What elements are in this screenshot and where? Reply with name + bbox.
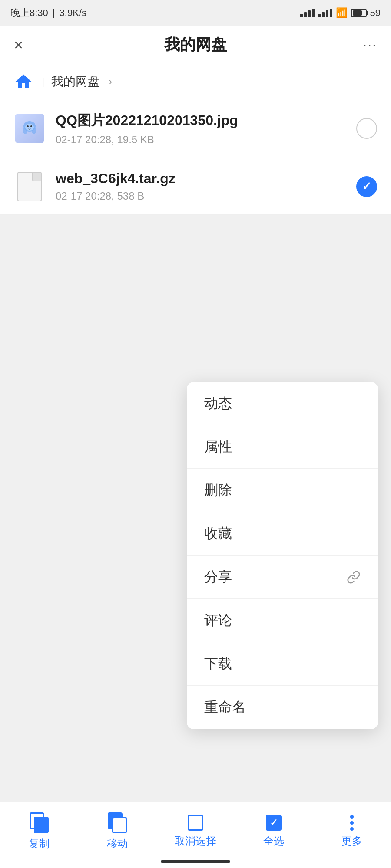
menu-item-label: 分享 [204, 568, 232, 587]
menu-item-label: 删除 [204, 481, 232, 500]
file-list: QQ图片20221210201350.jpg 02-17 20:28, 19.5… [0, 99, 391, 215]
menu-item-label: 重命名 [204, 698, 246, 717]
menu-item-label: 下载 [204, 654, 232, 674]
battery-level: 59 [370, 7, 381, 19]
menu-item-share[interactable]: 分享 [187, 556, 378, 599]
toolbar-more-label: 更多 [341, 834, 362, 848]
file-select-checkbox-selected[interactable] [356, 176, 377, 197]
file-select-checkbox[interactable] [356, 118, 377, 139]
file-meta: 02-17 20:28, 538 B [56, 190, 346, 202]
more-options-icon [350, 815, 354, 831]
link-icon [347, 570, 361, 584]
signal-icon [300, 9, 315, 17]
status-divider: | [53, 7, 55, 19]
menu-item-label: 属性 [204, 437, 232, 457]
file-info: QQ图片20221210201350.jpg 02-17 20:28, 19.5… [56, 111, 346, 146]
menu-item-delete[interactable]: 删除 [187, 469, 378, 512]
menu-item-properties[interactable]: 属性 [187, 425, 378, 469]
svg-point-4 [27, 125, 29, 127]
wifi-icon: 📶 [336, 7, 348, 19]
menu-item-label: 评论 [204, 611, 232, 630]
menu-item-activity[interactable]: 动态 [187, 382, 378, 425]
home-icon[interactable] [12, 70, 35, 93]
toolbar-cancel-button[interactable]: 取消选择 [169, 815, 222, 848]
breadcrumb-divider: | [42, 76, 44, 88]
spacer-area [0, 215, 391, 362]
status-network: 3.9K/s [60, 7, 86, 19]
menu-item-label: 收藏 [204, 524, 232, 543]
menu-item-label: 动态 [204, 394, 232, 413]
status-time: 晚上8:30 [10, 7, 48, 20]
select-all-icon [266, 815, 282, 831]
file-info: web_3C6jk4.tar.gz 02-17 20:28, 538 B [56, 171, 346, 202]
header: × 我的网盘 ··· [0, 26, 391, 64]
toolbar-move-button[interactable]: 移动 [91, 812, 143, 851]
close-button[interactable]: × [14, 36, 36, 54]
status-icons: 📶 59 [300, 7, 381, 19]
copy-icon [30, 812, 49, 833]
file-icon-image [14, 113, 45, 144]
toolbar-cancel-label: 取消选择 [175, 834, 216, 848]
file-name: QQ图片20221210201350.jpg [56, 111, 346, 130]
home-indicator [161, 860, 230, 863]
generic-file-icon [17, 172, 42, 201]
file-icon-archive [14, 171, 45, 202]
file-name: web_3C6jk4.tar.gz [56, 171, 346, 187]
cancel-select-icon [188, 815, 203, 831]
bottom-toolbar: 复制 移动 取消选择 全选 更多 [0, 802, 391, 868]
battery-icon [351, 9, 367, 17]
list-item[interactable]: QQ图片20221210201350.jpg 02-17 20:28, 19.5… [0, 99, 391, 158]
status-left: 晚上8:30 | 3.9K/s [10, 7, 86, 20]
status-bar: 晚上8:30 | 3.9K/s 📶 59 [0, 0, 391, 26]
toolbar-copy-label: 复制 [29, 837, 50, 851]
context-menu: 动态 属性 删除 收藏 分享 评论 下载 重命名 [187, 382, 378, 729]
menu-item-comment[interactable]: 评论 [187, 599, 378, 642]
breadcrumb-root[interactable]: 我的网盘 [51, 73, 100, 90]
move-icon [108, 812, 127, 833]
menu-item-download[interactable]: 下载 [187, 642, 378, 686]
breadcrumb-arrow: › [109, 76, 112, 88]
toolbar-selectall-button[interactable]: 全选 [248, 815, 300, 848]
menu-item-favorite[interactable]: 收藏 [187, 512, 378, 556]
toolbar-selectall-label: 全选 [263, 834, 284, 848]
svg-point-5 [30, 125, 32, 127]
toolbar-move-label: 移动 [107, 837, 128, 851]
page-title: 我的网盘 [36, 34, 355, 56]
list-item[interactable]: web_3C6jk4.tar.gz 02-17 20:28, 538 B [0, 158, 391, 215]
toolbar-copy-button[interactable]: 复制 [13, 812, 65, 851]
toolbar-more-button[interactable]: 更多 [326, 815, 378, 848]
more-button[interactable]: ··· [355, 37, 377, 53]
file-meta: 02-17 20:28, 19.5 KB [56, 134, 346, 146]
menu-item-rename[interactable]: 重命名 [187, 686, 378, 729]
signal-icon-2 [318, 9, 332, 17]
breadcrumb: | 我的网盘 › [0, 64, 391, 99]
